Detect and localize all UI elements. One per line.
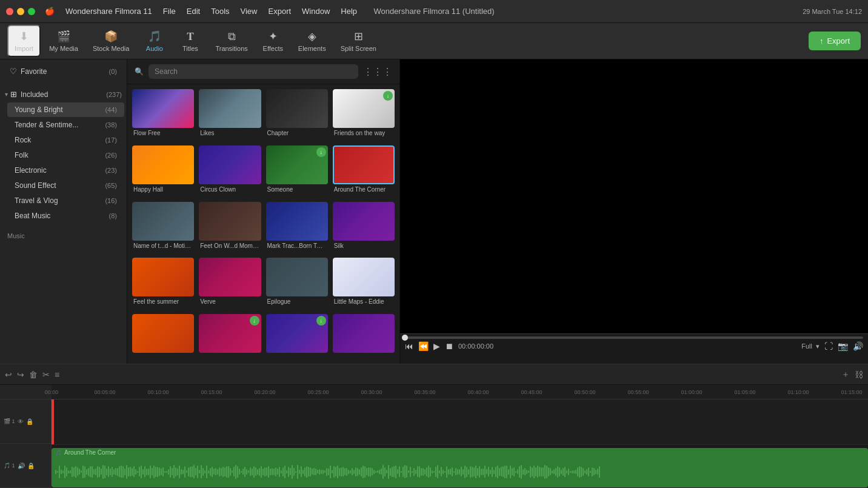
delete-button[interactable]: 🗑: [29, 370, 38, 379]
sidebar-item-electronic[interactable]: Electronic (23): [7, 163, 124, 178]
media-item-circus-clown[interactable]: Circus Clown: [199, 145, 261, 197]
grid-view-icon[interactable]: ⋮⋮⋮: [363, 66, 392, 78]
waveform-bar: [292, 465, 293, 479]
media-item-mark-born[interactable]: Mark Trac...Born Twice: [266, 202, 328, 253]
media-item-epilogue[interactable]: Epilogue: [266, 258, 328, 309]
rewind-button[interactable]: ⏮: [405, 341, 413, 351]
zoom-control[interactable]: Full ▾: [801, 343, 820, 350]
media-item-happy-hall[interactable]: Happy Hall: [132, 145, 194, 197]
step-back-button[interactable]: ⏪: [418, 341, 429, 351]
media-thumb-someone: ↓: [266, 145, 328, 184]
waveform-bar: [301, 466, 302, 477]
media-item-feel-summer[interactable]: Feel the summer: [132, 258, 194, 309]
sidebar-music-label[interactable]: Music: [0, 227, 127, 244]
menu-edit[interactable]: Edit: [187, 7, 200, 16]
audio-lock-icon[interactable]: 🔒: [27, 463, 35, 469]
cut-button[interactable]: ✂: [42, 370, 50, 379]
minimize-button[interactable]: [17, 8, 24, 15]
media-item-verve[interactable]: Verve: [199, 258, 261, 309]
beat-music-count: (8): [109, 212, 117, 219]
sidebar-item-sound-effect[interactable]: Sound Effect (65): [7, 178, 124, 193]
sidebar-item-tender[interactable]: Tender & Sentime... (38): [7, 118, 124, 132]
close-button[interactable]: [6, 8, 13, 15]
waveform-bar: [535, 467, 536, 476]
waveform-bar: [224, 467, 225, 476]
waveform-bar: [221, 468, 222, 476]
titles-label: Titles: [182, 45, 198, 52]
media-item-name-child[interactable]: Name of t...d - Motions: [132, 202, 194, 253]
import-button[interactable]: ⬇ Import: [7, 25, 41, 57]
waveform-bar: [72, 467, 73, 477]
undo-button[interactable]: ↩: [5, 370, 12, 379]
media-item-around-corner[interactable]: Around The Corner: [333, 145, 395, 197]
transitions-tab[interactable]: ⧉ Transitions: [209, 27, 253, 56]
add-track-button[interactable]: ＋: [841, 369, 850, 380]
waveform-bar: [124, 469, 125, 475]
audio-tab[interactable]: 🎵 Audio: [138, 26, 171, 56]
sidebar-item-folk[interactable]: Folk (26): [7, 148, 124, 162]
media-item-friends[interactable]: ↓Friends on the way: [333, 89, 395, 141]
waveform-bar: [379, 470, 380, 473]
waveform-bar: [537, 466, 538, 478]
play-button[interactable]: ▶: [433, 341, 440, 351]
waveform-bar: [112, 467, 113, 477]
waveform-bar: [328, 469, 329, 476]
menu-tools[interactable]: Tools: [211, 7, 229, 16]
maximize-button[interactable]: [28, 8, 35, 15]
media-thumb-happy-hall: [132, 145, 194, 184]
media-item-silk[interactable]: Silk: [333, 202, 395, 253]
sidebar-item-travel-vlog[interactable]: Travel & Vlog (16): [7, 193, 124, 208]
seekbar-handle[interactable]: [402, 335, 408, 341]
waveform-bar: [359, 469, 360, 475]
media-item-track-18[interactable]: ↓: [199, 314, 261, 359]
sidebar-item-beat-music[interactable]: Beat Music (8): [7, 209, 124, 223]
menu-export[interactable]: Export: [269, 7, 292, 16]
lock-icon[interactable]: 🔒: [26, 418, 33, 425]
fullscreen-button[interactable]: ⛶: [824, 341, 833, 351]
my-media-tab[interactable]: 🎬 My Media: [43, 26, 84, 56]
preview-seekbar[interactable]: [405, 336, 863, 339]
menu-help[interactable]: Help: [341, 7, 357, 16]
menu-bar[interactable]: 🍎 Wondershare Filmora 11 File Edit Tools…: [45, 7, 357, 16]
effects-tab[interactable]: ✦ Effects: [256, 26, 290, 56]
elements-tab[interactable]: ◈ Elements: [292, 26, 332, 56]
stock-media-tab[interactable]: 📦 Stock Media: [87, 26, 136, 56]
stop-button[interactable]: ⏹: [445, 341, 453, 351]
snapshot-button[interactable]: 📷: [838, 341, 848, 351]
electronic-label: Electronic: [15, 166, 105, 175]
sidebar-item-young-bright[interactable]: Young & Bright (44): [7, 102, 124, 117]
menu-view[interactable]: View: [241, 7, 258, 16]
media-item-someone[interactable]: ↓Someone: [266, 145, 328, 197]
export-button[interactable]: ↑ Export: [809, 32, 861, 50]
split-screen-tab[interactable]: ⊞ Split Screen: [335, 26, 382, 56]
menu-window[interactable]: Window: [302, 7, 330, 16]
sidebar-item-favorite[interactable]: ♡ Favorite (0): [2, 64, 124, 79]
volume-button[interactable]: 🔊: [853, 341, 863, 351]
waveform-bar: [406, 466, 407, 478]
search-input[interactable]: [149, 64, 358, 79]
media-item-track-19[interactable]: ↓: [266, 314, 328, 359]
media-item-track-17[interactable]: [132, 314, 194, 359]
apple-menu[interactable]: 🍎: [45, 7, 55, 16]
window-controls[interactable]: [6, 8, 35, 15]
link-button[interactable]: ⛓: [855, 370, 863, 379]
media-item-flow-free[interactable]: Flow Free: [132, 89, 194, 141]
media-item-track-20[interactable]: [333, 314, 395, 359]
sidebar-item-included[interactable]: ▾ ⊞ Included (237): [0, 87, 127, 102]
waveform-bar: [233, 467, 235, 476]
audio-visibility-icon[interactable]: 🔊: [18, 463, 25, 469]
media-item-feet-water[interactable]: Feet On W...d Moment: [199, 202, 261, 253]
menu-file[interactable]: File: [163, 7, 176, 16]
waveform-bar: [212, 467, 213, 478]
media-item-likes[interactable]: Likes: [199, 89, 261, 141]
titles-tab[interactable]: 𝐓 Titles: [173, 27, 207, 56]
sidebar-item-rock[interactable]: Rock (17): [7, 133, 124, 147]
media-item-chapter[interactable]: Chapter: [266, 89, 328, 141]
media-item-little-maps[interactable]: Little Maps - Eddie: [333, 258, 395, 309]
media-thumb-circus-clown: [199, 145, 261, 184]
visibility-icon[interactable]: 👁: [18, 418, 24, 425]
audio-clip-around-the-corner[interactable]: 🎵 Around The Corner: [52, 448, 868, 487]
elements-label: Elements: [298, 45, 326, 52]
redo-button[interactable]: ↪: [17, 370, 24, 379]
list-button[interactable]: ≡: [55, 370, 59, 379]
